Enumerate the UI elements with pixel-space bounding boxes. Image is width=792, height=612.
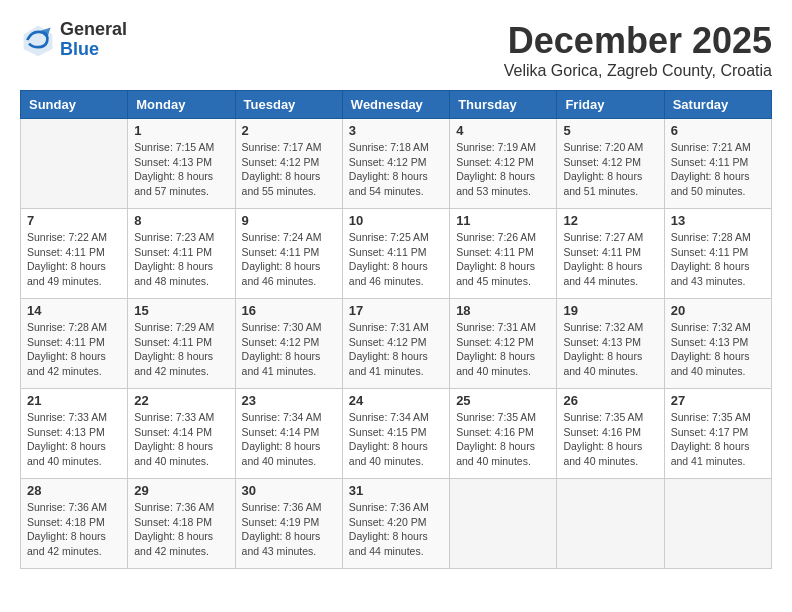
day-number: 18 (456, 303, 550, 318)
month-title: December 2025 (504, 20, 772, 62)
day-cell: 1Sunrise: 7:15 AMSunset: 4:13 PMDaylight… (128, 119, 235, 209)
day-number: 21 (27, 393, 121, 408)
location: Velika Gorica, Zagreb County, Croatia (504, 62, 772, 80)
day-number: 14 (27, 303, 121, 318)
day-cell (664, 479, 771, 569)
day-info: Sunrise: 7:34 AMSunset: 4:14 PMDaylight:… (242, 410, 336, 469)
day-number: 1 (134, 123, 228, 138)
day-cell: 17Sunrise: 7:31 AMSunset: 4:12 PMDayligh… (342, 299, 449, 389)
day-number: 3 (349, 123, 443, 138)
calendar-table: SundayMondayTuesdayWednesdayThursdayFrid… (20, 90, 772, 569)
day-cell: 2Sunrise: 7:17 AMSunset: 4:12 PMDaylight… (235, 119, 342, 209)
day-cell: 16Sunrise: 7:30 AMSunset: 4:12 PMDayligh… (235, 299, 342, 389)
day-cell: 10Sunrise: 7:25 AMSunset: 4:11 PMDayligh… (342, 209, 449, 299)
day-cell: 3Sunrise: 7:18 AMSunset: 4:12 PMDaylight… (342, 119, 449, 209)
day-cell: 19Sunrise: 7:32 AMSunset: 4:13 PMDayligh… (557, 299, 664, 389)
day-info: Sunrise: 7:20 AMSunset: 4:12 PMDaylight:… (563, 140, 657, 199)
day-number: 20 (671, 303, 765, 318)
day-info: Sunrise: 7:29 AMSunset: 4:11 PMDaylight:… (134, 320, 228, 379)
day-info: Sunrise: 7:35 AMSunset: 4:16 PMDaylight:… (456, 410, 550, 469)
day-info: Sunrise: 7:30 AMSunset: 4:12 PMDaylight:… (242, 320, 336, 379)
weekday-header-sunday: Sunday (21, 91, 128, 119)
day-number: 9 (242, 213, 336, 228)
day-info: Sunrise: 7:19 AMSunset: 4:12 PMDaylight:… (456, 140, 550, 199)
day-cell: 24Sunrise: 7:34 AMSunset: 4:15 PMDayligh… (342, 389, 449, 479)
week-row-3: 14Sunrise: 7:28 AMSunset: 4:11 PMDayligh… (21, 299, 772, 389)
day-info: Sunrise: 7:24 AMSunset: 4:11 PMDaylight:… (242, 230, 336, 289)
logo-icon (20, 22, 56, 58)
week-row-2: 7Sunrise: 7:22 AMSunset: 4:11 PMDaylight… (21, 209, 772, 299)
day-info: Sunrise: 7:36 AMSunset: 4:18 PMDaylight:… (27, 500, 121, 559)
week-row-4: 21Sunrise: 7:33 AMSunset: 4:13 PMDayligh… (21, 389, 772, 479)
weekday-header-row: SundayMondayTuesdayWednesdayThursdayFrid… (21, 91, 772, 119)
weekday-header-monday: Monday (128, 91, 235, 119)
day-cell (557, 479, 664, 569)
day-cell: 27Sunrise: 7:35 AMSunset: 4:17 PMDayligh… (664, 389, 771, 479)
day-number: 24 (349, 393, 443, 408)
day-number: 28 (27, 483, 121, 498)
day-number: 15 (134, 303, 228, 318)
day-info: Sunrise: 7:32 AMSunset: 4:13 PMDaylight:… (671, 320, 765, 379)
day-number: 22 (134, 393, 228, 408)
logo-text: General Blue (60, 20, 127, 60)
day-cell: 5Sunrise: 7:20 AMSunset: 4:12 PMDaylight… (557, 119, 664, 209)
weekday-header-wednesday: Wednesday (342, 91, 449, 119)
day-number: 31 (349, 483, 443, 498)
day-info: Sunrise: 7:33 AMSunset: 4:14 PMDaylight:… (134, 410, 228, 469)
week-row-5: 28Sunrise: 7:36 AMSunset: 4:18 PMDayligh… (21, 479, 772, 569)
day-cell: 15Sunrise: 7:29 AMSunset: 4:11 PMDayligh… (128, 299, 235, 389)
day-info: Sunrise: 7:31 AMSunset: 4:12 PMDaylight:… (456, 320, 550, 379)
day-info: Sunrise: 7:36 AMSunset: 4:18 PMDaylight:… (134, 500, 228, 559)
day-number: 2 (242, 123, 336, 138)
logo: General Blue (20, 20, 127, 60)
day-info: Sunrise: 7:32 AMSunset: 4:13 PMDaylight:… (563, 320, 657, 379)
day-number: 11 (456, 213, 550, 228)
day-cell: 26Sunrise: 7:35 AMSunset: 4:16 PMDayligh… (557, 389, 664, 479)
day-cell: 12Sunrise: 7:27 AMSunset: 4:11 PMDayligh… (557, 209, 664, 299)
day-cell: 31Sunrise: 7:36 AMSunset: 4:20 PMDayligh… (342, 479, 449, 569)
day-cell: 21Sunrise: 7:33 AMSunset: 4:13 PMDayligh… (21, 389, 128, 479)
day-cell: 6Sunrise: 7:21 AMSunset: 4:11 PMDaylight… (664, 119, 771, 209)
day-cell: 25Sunrise: 7:35 AMSunset: 4:16 PMDayligh… (450, 389, 557, 479)
day-cell: 20Sunrise: 7:32 AMSunset: 4:13 PMDayligh… (664, 299, 771, 389)
day-cell: 18Sunrise: 7:31 AMSunset: 4:12 PMDayligh… (450, 299, 557, 389)
day-info: Sunrise: 7:36 AMSunset: 4:19 PMDaylight:… (242, 500, 336, 559)
weekday-header-tuesday: Tuesday (235, 91, 342, 119)
day-info: Sunrise: 7:17 AMSunset: 4:12 PMDaylight:… (242, 140, 336, 199)
day-cell: 14Sunrise: 7:28 AMSunset: 4:11 PMDayligh… (21, 299, 128, 389)
day-number: 23 (242, 393, 336, 408)
day-info: Sunrise: 7:33 AMSunset: 4:13 PMDaylight:… (27, 410, 121, 469)
day-number: 27 (671, 393, 765, 408)
day-number: 17 (349, 303, 443, 318)
day-info: Sunrise: 7:35 AMSunset: 4:17 PMDaylight:… (671, 410, 765, 469)
week-row-1: 1Sunrise: 7:15 AMSunset: 4:13 PMDaylight… (21, 119, 772, 209)
day-number: 26 (563, 393, 657, 408)
day-info: Sunrise: 7:35 AMSunset: 4:16 PMDaylight:… (563, 410, 657, 469)
day-cell: 4Sunrise: 7:19 AMSunset: 4:12 PMDaylight… (450, 119, 557, 209)
day-number: 5 (563, 123, 657, 138)
day-info: Sunrise: 7:31 AMSunset: 4:12 PMDaylight:… (349, 320, 443, 379)
day-info: Sunrise: 7:34 AMSunset: 4:15 PMDaylight:… (349, 410, 443, 469)
day-info: Sunrise: 7:21 AMSunset: 4:11 PMDaylight:… (671, 140, 765, 199)
day-info: Sunrise: 7:18 AMSunset: 4:12 PMDaylight:… (349, 140, 443, 199)
day-number: 13 (671, 213, 765, 228)
day-info: Sunrise: 7:25 AMSunset: 4:11 PMDaylight:… (349, 230, 443, 289)
day-cell (450, 479, 557, 569)
day-number: 4 (456, 123, 550, 138)
day-info: Sunrise: 7:36 AMSunset: 4:20 PMDaylight:… (349, 500, 443, 559)
day-cell: 22Sunrise: 7:33 AMSunset: 4:14 PMDayligh… (128, 389, 235, 479)
day-cell: 11Sunrise: 7:26 AMSunset: 4:11 PMDayligh… (450, 209, 557, 299)
day-number: 12 (563, 213, 657, 228)
day-number: 25 (456, 393, 550, 408)
day-info: Sunrise: 7:22 AMSunset: 4:11 PMDaylight:… (27, 230, 121, 289)
day-number: 16 (242, 303, 336, 318)
page-header: General Blue December 2025 Velika Gorica… (20, 20, 772, 80)
day-cell: 29Sunrise: 7:36 AMSunset: 4:18 PMDayligh… (128, 479, 235, 569)
day-cell: 30Sunrise: 7:36 AMSunset: 4:19 PMDayligh… (235, 479, 342, 569)
day-number: 6 (671, 123, 765, 138)
day-number: 29 (134, 483, 228, 498)
day-cell: 13Sunrise: 7:28 AMSunset: 4:11 PMDayligh… (664, 209, 771, 299)
day-info: Sunrise: 7:28 AMSunset: 4:11 PMDaylight:… (671, 230, 765, 289)
day-number: 10 (349, 213, 443, 228)
day-cell: 9Sunrise: 7:24 AMSunset: 4:11 PMDaylight… (235, 209, 342, 299)
